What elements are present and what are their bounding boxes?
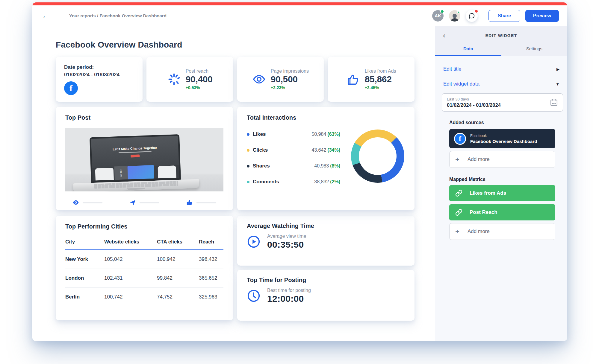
mapped-metric-post-reach[interactable]: Post Reach: [449, 204, 555, 220]
stats-row: Date period: 01/02/2024 - 01/03/2024 f: [56, 57, 415, 102]
metric-value: 90,500: [271, 74, 298, 84]
widget-title: Top Time for Posting: [247, 277, 405, 284]
post-screen-button: [131, 155, 140, 158]
table-row: London 102,431 99,842 365,652: [65, 269, 223, 288]
top-cities-widget[interactable]: Top Performing Cities City Website click…: [56, 216, 233, 320]
facebook-source-card[interactable]: f Facebook Facebook Overview Dashboard: [449, 129, 555, 148]
widget-title: Average Watching Time: [247, 223, 405, 229]
metric-label: Likes from Ads: [365, 68, 396, 74]
legend-dot: [247, 133, 249, 136]
legend-dot: [247, 181, 249, 183]
legend-dot: [247, 165, 249, 167]
likes-from-ads-widget[interactable]: Likes from Ads 85,862 +2.45%: [328, 57, 415, 102]
metric-label: Post reach: [186, 68, 208, 74]
date-range-picker[interactable]: Last 30 days 01/02/2024 - 01/03/2024: [442, 93, 563, 112]
total-interactions-widget[interactable]: Total Interactions Likes 50,984 (63%) Cl…: [237, 107, 415, 210]
stat-placeholder-line: [196, 202, 216, 203]
panel-header: ‹ EDIT WIDGET Data Settings: [435, 26, 567, 56]
metric-delta: +0.53%: [186, 85, 200, 90]
chat-bubble-icon: [468, 13, 475, 19]
added-sources-label: Added sources: [449, 120, 555, 125]
edit-title-row[interactable]: Edit title ▶: [442, 63, 563, 75]
top-time-for-posting-widget[interactable]: Top Time for Posting Best time for posti…: [237, 270, 415, 321]
post-reach-widget[interactable]: Post reach 90,400 +0.53%: [146, 57, 233, 102]
mapped-metrics-label: Mapped Metrics: [449, 177, 555, 182]
avatar-initials[interactable]: AK: [432, 10, 444, 22]
topbar-right: AK Share Preview: [432, 10, 567, 22]
chevron-right-icon: ▶: [556, 67, 559, 71]
page-title: Facebook Overview Dashboard: [56, 40, 415, 50]
plus-icon: +: [455, 228, 459, 235]
plus-icon: +: [455, 156, 459, 163]
legend-item: Comments 38,832 (2%): [247, 179, 340, 185]
views-icon: [72, 199, 79, 206]
post-stats-row: [65, 199, 223, 206]
interactions-donut: [351, 130, 404, 183]
share-button[interactable]: Share: [488, 10, 520, 22]
notification-dot: [474, 9, 478, 13]
app-window: ← Your reports / Facebook Overview Dashb…: [32, 2, 567, 341]
burst-icon: [167, 72, 181, 86]
time-label: Best time for posting: [267, 288, 311, 293]
add-source-button[interactable]: + Add more: [449, 151, 555, 168]
legend-dot: [247, 149, 249, 152]
donut-hole: [359, 137, 397, 175]
time-value: 12:00:00: [267, 294, 311, 304]
dashboard-canvas: Facebook Overview Dashboard Date period:…: [32, 26, 435, 341]
avatar-initials-text: AK: [435, 13, 441, 18]
panel-collapse-button[interactable]: ‹: [443, 32, 445, 39]
calendar-icon: [550, 98, 558, 106]
share-arrow-icon: [129, 199, 136, 206]
interactions-legend: Likes 50,984 (63%) Clicks 43,642 (34%): [247, 131, 340, 185]
table-row: New York 105,042 100,942 398,432: [65, 250, 223, 269]
breadcrumb[interactable]: Your reports / Facebook Overview Dashboa…: [69, 13, 167, 18]
post-screen-side-text: KREATI: [120, 169, 122, 177]
widget-title: Total Interactions: [247, 114, 405, 121]
widget-title: Top Performing Cities: [65, 223, 223, 230]
panel-tabs: Data Settings: [435, 46, 567, 56]
date-range-value: 01/02/2024 - 01/03/2024: [447, 102, 550, 108]
metric-value: 90,400: [186, 74, 213, 84]
stat-placeholder-line: [83, 202, 102, 203]
edit-widget-panel: ‹ EDIT WIDGET Data Settings Edit title ▶…: [435, 26, 567, 341]
table-header: City Website clicks CTA clicks Reach: [65, 239, 223, 250]
back-button[interactable]: ←: [32, 5, 59, 26]
likes-icon: [186, 199, 193, 206]
top-post-widget[interactable]: Top Post Let's Make Change Together: [56, 107, 233, 210]
link-icon: [455, 190, 462, 197]
legend-item: Likes 50,984 (63%): [247, 131, 340, 137]
online-dot: [440, 10, 444, 13]
source-name: Facebook Overview Dashboard: [470, 139, 537, 144]
panel-title: EDIT WIDGET: [485, 33, 517, 38]
post-screen-heading: Let's Make Change Together: [113, 146, 157, 151]
date-period-range: 01/02/2024 - 01/03/2024: [64, 71, 143, 79]
date-period-widget[interactable]: Date period: 01/02/2024 - 01/03/2024 f: [56, 57, 143, 102]
tab-settings[interactable]: Settings: [501, 46, 568, 56]
avatar-photo[interactable]: [449, 10, 460, 22]
facebook-logo-icon: f: [454, 133, 466, 145]
table-row: Berlin 100,742 74,752 325,963: [65, 288, 223, 306]
preview-button[interactable]: Preview: [525, 10, 559, 22]
metric-label: Page impressions: [271, 68, 309, 74]
cities-table: City Website clicks CTA clicks Reach New…: [65, 239, 223, 306]
add-metric-button[interactable]: + Add more: [449, 223, 555, 240]
facebook-logo-icon: f: [64, 81, 78, 95]
link-icon: [455, 209, 462, 216]
online-dot: [457, 10, 460, 13]
average-watching-time-widget[interactable]: Average Watching Time Average view time …: [237, 216, 415, 266]
chevron-down-icon: ▼: [556, 82, 559, 86]
tab-data[interactable]: Data: [435, 46, 501, 56]
eye-icon: [252, 72, 266, 86]
page-impressions-widget[interactable]: Page impressions 90,500 +2.23%: [237, 57, 324, 102]
time-label: Average view time: [267, 234, 306, 239]
time-value: 00:35:50: [267, 240, 306, 250]
chat-button[interactable]: [466, 10, 478, 22]
date-period-label: Date period:: [64, 64, 143, 71]
mapped-metric-likes-from-ads[interactable]: Likes from Ads: [449, 185, 555, 201]
legend-item: Clicks 43,642 (34%): [247, 147, 340, 153]
edit-widget-data-row[interactable]: Edit widget data ▼: [442, 78, 563, 90]
person-icon: [450, 13, 460, 22]
widget-title: Top Post: [65, 114, 223, 121]
post-image: Let's Make Change Together KREATI: [65, 128, 223, 191]
metric-delta: +2.45%: [365, 85, 379, 90]
